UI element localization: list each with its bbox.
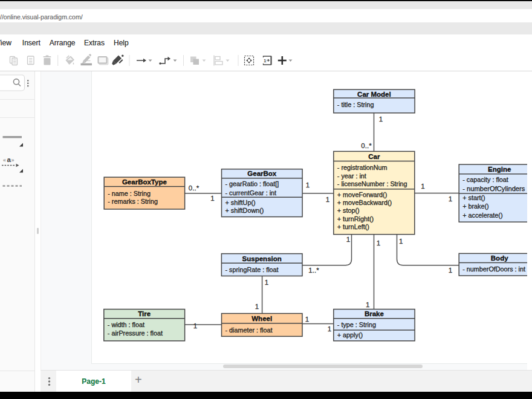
svg-text:+ moveForward(): + moveForward() bbox=[337, 191, 388, 198]
svg-text:«: « bbox=[3, 157, 6, 163]
svg-text:- gearRatio : float[]: - gearRatio : float[] bbox=[225, 180, 279, 187]
svg-text:1: 1 bbox=[193, 322, 197, 329]
svg-text:1: 1 bbox=[366, 301, 369, 308]
svg-text:Car: Car bbox=[368, 153, 380, 160]
svg-text:0..*: 0..* bbox=[361, 142, 372, 149]
svg-text:1: 1 bbox=[399, 238, 403, 245]
svg-text:- capacity : float: - capacity : float bbox=[462, 176, 508, 183]
svg-text:1: 1 bbox=[265, 279, 268, 286]
svg-text:+ turnLeft(): + turnLeft() bbox=[337, 223, 369, 230]
svg-text:+ stop(): + stop() bbox=[337, 207, 360, 214]
svg-text:1: 1 bbox=[326, 196, 329, 203]
svg-text:1: 1 bbox=[210, 195, 214, 202]
svg-text:1: 1 bbox=[421, 183, 424, 190]
svg-text:1: 1 bbox=[264, 58, 267, 63]
svg-text:1: 1 bbox=[377, 239, 380, 247]
svg-text:- currentGear : int: - currentGear : int bbox=[225, 189, 277, 196]
svg-text:1..*: 1..* bbox=[308, 267, 319, 274]
svg-text:Body: Body bbox=[491, 255, 508, 262]
svg-text:+ shiftUp(): + shiftUp() bbox=[225, 199, 256, 206]
svg-text:1: 1 bbox=[255, 303, 259, 310]
svg-text:- name : String: - name : String bbox=[108, 190, 151, 197]
svg-text:GearBoxType: GearBoxType bbox=[122, 178, 167, 186]
svg-text:- remarks : String: - remarks : String bbox=[108, 198, 158, 205]
svg-text:1: 1 bbox=[449, 267, 452, 274]
svg-text:- year : int: - year : int bbox=[337, 172, 366, 180]
svg-text:- diameter : float: - diameter : float bbox=[225, 326, 273, 334]
svg-text:Engine: Engine bbox=[488, 166, 511, 173]
svg-text:- registrationNum: - registrationNum bbox=[337, 164, 388, 171]
svg-text:- width : float: - width : float bbox=[108, 321, 144, 328]
svg-text:»: » bbox=[11, 157, 15, 163]
svg-text:GearBox: GearBox bbox=[247, 170, 277, 177]
svg-text:1: 1 bbox=[305, 316, 309, 323]
svg-text:- numberOfDoors : int: - numberOfDoors : int bbox=[462, 265, 525, 273]
svg-text:+ moveBackward(): + moveBackward() bbox=[337, 199, 392, 206]
svg-text:Suspension: Suspension bbox=[242, 255, 282, 262]
svg-text:+ apply(): + apply() bbox=[337, 331, 363, 339]
svg-text:1: 1 bbox=[379, 115, 383, 123]
svg-text:1: 1 bbox=[346, 236, 350, 243]
svg-text:a: a bbox=[7, 156, 11, 163]
svg-text:Tire: Tire bbox=[138, 310, 151, 317]
svg-text:- type : String: - type : String bbox=[337, 321, 376, 328]
svg-text:Wheel: Wheel bbox=[251, 315, 272, 322]
svg-text:1: 1 bbox=[449, 195, 452, 203]
svg-text:Brake: Brake bbox=[365, 310, 384, 317]
svg-text:+ start(): + start() bbox=[462, 194, 485, 201]
svg-text:- airPressure : float: - airPressure : float bbox=[108, 329, 163, 337]
svg-text:1: 1 bbox=[328, 325, 331, 332]
svg-text:- licenseNumber : String: - licenseNumber : String bbox=[337, 180, 407, 187]
svg-text:Car Model: Car Model bbox=[357, 91, 391, 98]
svg-text:0..*: 0..* bbox=[189, 184, 199, 192]
svg-text:- numberOfCylinders : int: - numberOfCylinders : int bbox=[462, 185, 527, 192]
svg-text:+ shiftDown(): + shiftDown() bbox=[225, 207, 264, 214]
svg-text:- title : String: - title : String bbox=[337, 101, 374, 108]
svg-text:+ brake(): + brake() bbox=[462, 203, 489, 210]
svg-text:1: 1 bbox=[306, 181, 310, 189]
svg-text:+ turnRight(): + turnRight() bbox=[337, 215, 374, 222]
svg-text:- springRate : float: - springRate : float bbox=[225, 266, 278, 273]
svg-text:+ accelerate(): + accelerate() bbox=[462, 212, 502, 219]
